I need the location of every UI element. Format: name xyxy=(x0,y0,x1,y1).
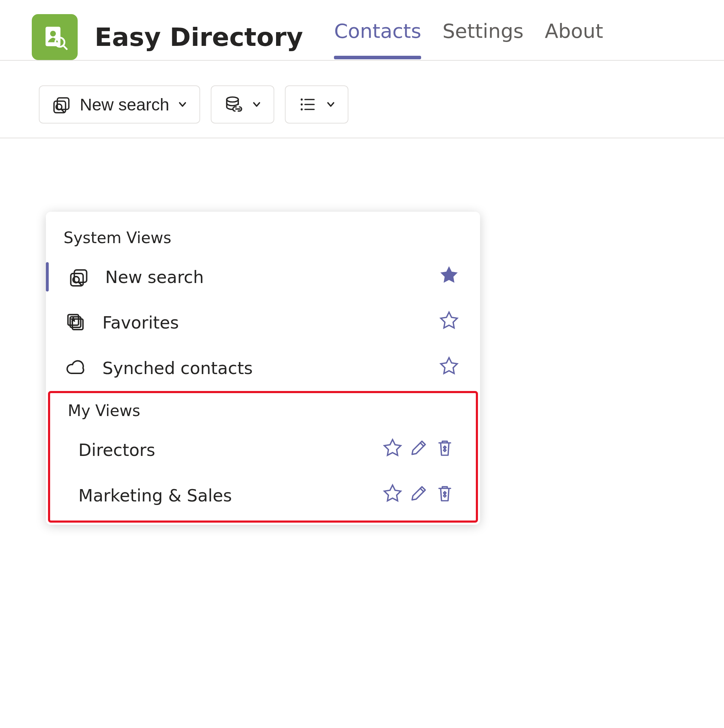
my-view-directors[interactable]: Directors xyxy=(50,430,476,470)
my-views-heading: My Views xyxy=(50,402,476,430)
cloud-icon xyxy=(64,358,88,379)
views-dropdown: System Views New search xyxy=(46,212,480,525)
new-search-button[interactable]: New search xyxy=(39,86,200,124)
svg-line-3 xyxy=(63,46,67,49)
chevron-down-icon xyxy=(326,99,336,109)
app-title: Easy Directory xyxy=(95,24,303,50)
datasource-button[interactable] xyxy=(211,86,274,124)
svg-point-9 xyxy=(301,98,303,101)
system-view-new-search[interactable]: New search xyxy=(46,257,480,297)
delete-icon[interactable] xyxy=(435,483,455,507)
list-view-button[interactable] xyxy=(285,86,348,124)
svg-point-10 xyxy=(301,103,303,106)
list-icon xyxy=(298,95,317,114)
svg-point-1 xyxy=(50,31,56,36)
system-view-synched-contacts[interactable]: Synched contacts xyxy=(46,348,480,387)
app-header: Easy Directory Contacts Settings About xyxy=(0,0,724,61)
view-label: Marketing & Sales xyxy=(78,486,369,505)
view-label: New search xyxy=(105,267,425,287)
star-outline-icon[interactable] xyxy=(383,438,403,462)
system-views-heading: System Views xyxy=(46,226,480,257)
edit-icon[interactable] xyxy=(409,483,429,507)
chevron-down-icon xyxy=(252,99,262,109)
search-window-icon xyxy=(66,266,91,288)
my-views-highlight: My Views Directors Marketin xyxy=(48,391,478,523)
app-logo xyxy=(32,14,78,60)
edit-icon[interactable] xyxy=(409,438,429,462)
toolbar: New search xyxy=(0,61,724,138)
favorites-stack-icon xyxy=(64,312,88,333)
tabs: Contacts Settings About xyxy=(334,16,603,58)
svg-point-8 xyxy=(227,97,239,102)
delete-icon[interactable] xyxy=(435,438,455,462)
svg-point-11 xyxy=(301,109,303,110)
view-label: Synched contacts xyxy=(103,358,425,378)
search-window-icon xyxy=(52,95,71,114)
star-outline-icon[interactable] xyxy=(383,483,403,507)
view-label: Directors xyxy=(78,440,369,460)
chevron-down-icon xyxy=(178,99,187,109)
star-outline-icon[interactable] xyxy=(439,356,459,380)
tab-settings[interactable]: Settings xyxy=(442,16,523,58)
my-view-marketing-sales[interactable]: Marketing & Sales xyxy=(50,476,476,515)
star-outline-icon[interactable] xyxy=(439,310,459,334)
database-link-icon xyxy=(223,95,243,114)
tab-contacts[interactable]: Contacts xyxy=(334,16,421,58)
new-search-label: New search xyxy=(80,95,169,114)
system-view-favorites[interactable]: Favorites xyxy=(46,303,480,342)
view-label: Favorites xyxy=(103,313,425,332)
star-filled-icon[interactable] xyxy=(439,265,459,289)
tab-about[interactable]: About xyxy=(545,16,603,58)
